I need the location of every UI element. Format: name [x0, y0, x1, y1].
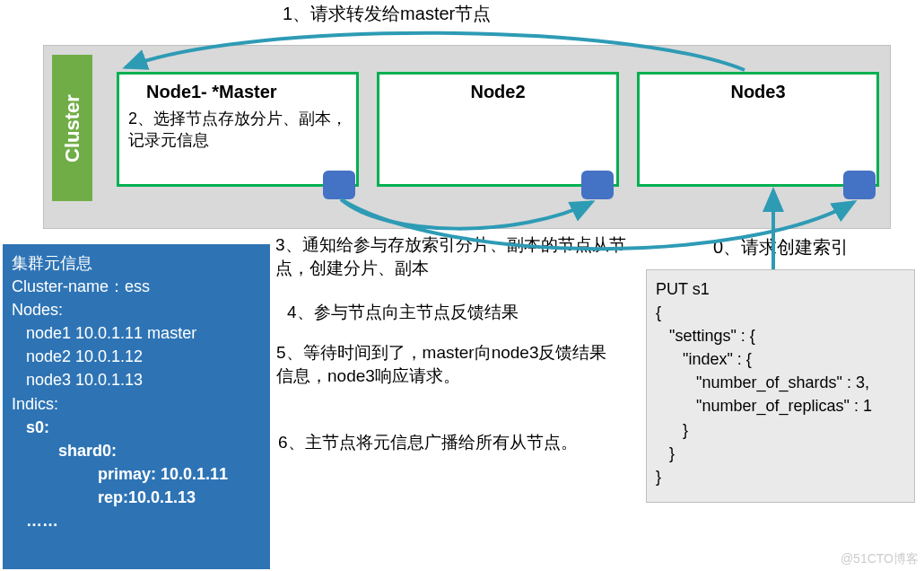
info-rep: rep:10.0.1.13 — [12, 486, 261, 509]
node3-title: Node3 — [649, 82, 867, 102]
info-title: 集群元信息 — [12, 251, 261, 275]
info-cluster-name: Cluster-name：ess — [12, 275, 261, 298]
node2-title: Node2 — [388, 82, 607, 102]
cluster-info-box: 集群元信息 Cluster-name：ess Nodes: node1 10.0… — [3, 244, 270, 569]
step6-label: 6、主节点将元信息广播给所有从节点。 — [278, 431, 610, 454]
watermark: @51CTO博客 — [841, 551, 919, 567]
step4-label: 4、参与节点向主节点反馈结果 — [287, 301, 619, 324]
node1-body: 2、选择节点存放分片、副本，记录元信息 — [128, 108, 347, 152]
info-indics-label: Indics: — [12, 392, 261, 416]
step1-label: 1、请求转发给master节点 — [283, 2, 491, 26]
node3-box: Node3 — [637, 72, 879, 187]
cluster-label-tab: Cluster — [52, 55, 92, 201]
info-shard: shard0: — [12, 439, 261, 462]
info-primary: primay: 10.0.1.11 — [12, 462, 261, 486]
shard-square-3 — [843, 171, 876, 199]
step5-label: 5、等待时间到了，master向node3反馈结果信息，node3响应请求。 — [276, 341, 617, 387]
cluster-label-text: Cluster — [61, 94, 84, 163]
shard-square-1 — [323, 171, 355, 199]
info-node3: node3 10.0.1.13 — [12, 368, 261, 391]
shard-square-2 — [581, 171, 614, 199]
step0-label: 0、请求创建索引 — [713, 235, 849, 259]
node2-box: Node2 — [377, 72, 619, 187]
info-node2: node2 10.0.1.12 — [12, 345, 261, 368]
node1-box: Node1- *Master 2、选择节点存放分片、副本，记录元信息 — [117, 72, 359, 187]
info-more: …… — [12, 509, 261, 532]
code-box: PUT s1 { "settings" : { "index" : { "num… — [646, 269, 915, 503]
node1-title: Node1- *Master — [128, 82, 347, 102]
info-s0: s0: — [12, 416, 261, 439]
info-nodes-label: Nodes: — [12, 298, 261, 321]
step3-label: 3、通知给参与存放索引分片、副本的节点从节点，创建分片、副本 — [275, 233, 652, 279]
info-node1: node1 10.0.1.11 master — [12, 321, 261, 345]
